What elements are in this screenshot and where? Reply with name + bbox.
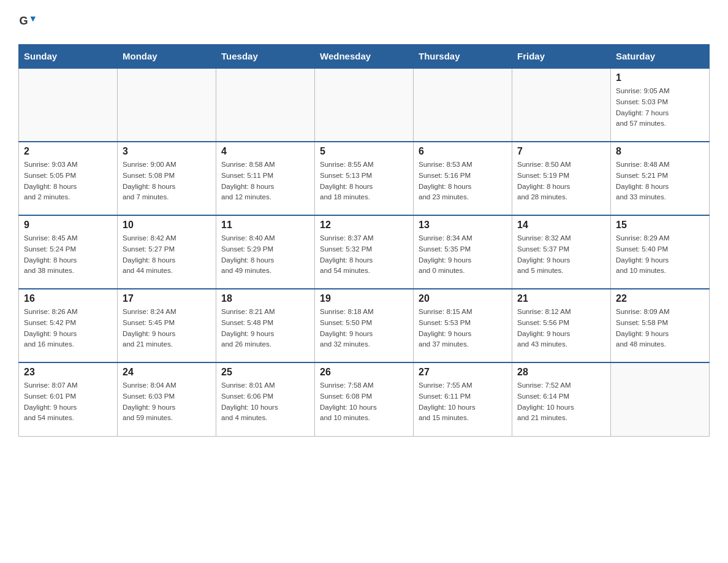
calendar-cell: 23Sunrise: 8:07 AM Sunset: 6:01 PM Dayli…	[19, 362, 118, 436]
calendar-cell: 17Sunrise: 8:24 AM Sunset: 5:45 PM Dayli…	[118, 289, 216, 362]
day-info: Sunrise: 8:24 AM Sunset: 5:45 PM Dayligh…	[123, 307, 211, 350]
day-info: Sunrise: 8:37 AM Sunset: 5:32 PM Dayligh…	[320, 233, 408, 277]
page-header: G	[18, 12, 710, 32]
day-info: Sunrise: 8:15 AM Sunset: 5:53 PM Dayligh…	[419, 307, 507, 350]
calendar-cell: 25Sunrise: 8:01 AM Sunset: 6:06 PM Dayli…	[216, 362, 315, 436]
day-info: Sunrise: 8:50 AM Sunset: 5:19 PM Dayligh…	[517, 159, 605, 203]
day-number: 5	[320, 146, 408, 157]
day-number: 8	[616, 146, 704, 157]
day-info: Sunrise: 8:48 AM Sunset: 5:21 PM Dayligh…	[616, 159, 704, 203]
day-number: 22	[616, 293, 704, 304]
day-info: Sunrise: 8:42 AM Sunset: 5:27 PM Dayligh…	[123, 233, 211, 277]
calendar-cell: 24Sunrise: 8:04 AM Sunset: 6:03 PM Dayli…	[118, 362, 216, 436]
calendar-cell: 15Sunrise: 8:29 AM Sunset: 5:40 PM Dayli…	[611, 215, 710, 289]
svg-marker-1	[31, 17, 36, 21]
day-info: Sunrise: 8:07 AM Sunset: 6:01 PM Dayligh…	[24, 380, 112, 424]
day-number: 23	[24, 367, 112, 378]
day-number: 13	[419, 220, 507, 231]
calendar-cell: 6Sunrise: 8:53 AM Sunset: 5:16 PM Daylig…	[414, 142, 512, 215]
calendar-cell: 11Sunrise: 8:40 AM Sunset: 5:29 PM Dayli…	[216, 215, 315, 289]
day-number: 15	[616, 220, 704, 231]
calendar-table: SundayMondayTuesdayWednesdayThursdayFrid…	[18, 44, 710, 437]
day-number: 14	[517, 220, 605, 231]
day-number: 1	[616, 72, 704, 83]
day-number: 2	[24, 146, 112, 157]
day-number: 28	[517, 367, 605, 378]
logo-icon: G	[18, 12, 36, 32]
calendar-cell: 2Sunrise: 9:03 AM Sunset: 5:05 PM Daylig…	[19, 142, 118, 215]
calendar-week-1: 1Sunrise: 9:05 AM Sunset: 5:03 PM Daylig…	[19, 68, 710, 142]
day-number: 19	[320, 293, 408, 304]
day-info: Sunrise: 8:12 AM Sunset: 5:56 PM Dayligh…	[517, 307, 605, 350]
calendar-cell: 12Sunrise: 8:37 AM Sunset: 5:32 PM Dayli…	[315, 215, 414, 289]
weekday-header-saturday: Saturday	[611, 45, 710, 69]
day-info: Sunrise: 9:00 AM Sunset: 5:08 PM Dayligh…	[123, 159, 211, 203]
logo: G	[18, 12, 39, 32]
day-number: 10	[123, 220, 211, 231]
day-info: Sunrise: 8:53 AM Sunset: 5:16 PM Dayligh…	[419, 159, 507, 203]
weekday-header-wednesday: Wednesday	[315, 45, 414, 69]
day-info: Sunrise: 8:21 AM Sunset: 5:48 PM Dayligh…	[221, 307, 309, 350]
day-number: 11	[221, 220, 309, 231]
calendar-cell	[512, 68, 611, 142]
day-info: Sunrise: 8:26 AM Sunset: 5:42 PM Dayligh…	[24, 307, 112, 350]
day-info: Sunrise: 8:32 AM Sunset: 5:37 PM Dayligh…	[517, 233, 605, 277]
weekday-header-thursday: Thursday	[414, 45, 512, 69]
calendar-cell: 20Sunrise: 8:15 AM Sunset: 5:53 PM Dayli…	[414, 289, 512, 362]
calendar-header-row: SundayMondayTuesdayWednesdayThursdayFrid…	[19, 45, 710, 69]
calendar-cell	[414, 68, 512, 142]
weekday-header-monday: Monday	[118, 45, 216, 69]
calendar-cell: 5Sunrise: 8:55 AM Sunset: 5:13 PM Daylig…	[315, 142, 414, 215]
calendar-week-4: 16Sunrise: 8:26 AM Sunset: 5:42 PM Dayli…	[19, 289, 710, 362]
calendar-cell	[19, 68, 118, 142]
calendar-cell: 22Sunrise: 8:09 AM Sunset: 5:58 PM Dayli…	[611, 289, 710, 362]
day-info: Sunrise: 7:55 AM Sunset: 6:11 PM Dayligh…	[419, 380, 507, 424]
calendar-cell: 27Sunrise: 7:55 AM Sunset: 6:11 PM Dayli…	[414, 362, 512, 436]
day-number: 18	[221, 293, 309, 304]
calendar-cell: 16Sunrise: 8:26 AM Sunset: 5:42 PM Dayli…	[19, 289, 118, 362]
calendar-week-2: 2Sunrise: 9:03 AM Sunset: 5:05 PM Daylig…	[19, 142, 710, 215]
svg-text:G: G	[19, 15, 28, 27]
day-info: Sunrise: 8:58 AM Sunset: 5:11 PM Dayligh…	[221, 159, 309, 203]
day-number: 6	[419, 146, 507, 157]
weekday-header-friday: Friday	[512, 45, 611, 69]
day-number: 17	[123, 293, 211, 304]
day-info: Sunrise: 8:01 AM Sunset: 6:06 PM Dayligh…	[221, 380, 309, 424]
day-info: Sunrise: 8:09 AM Sunset: 5:58 PM Dayligh…	[616, 307, 704, 350]
day-number: 4	[221, 146, 309, 157]
calendar-cell: 19Sunrise: 8:18 AM Sunset: 5:50 PM Dayli…	[315, 289, 414, 362]
calendar-week-5: 23Sunrise: 8:07 AM Sunset: 6:01 PM Dayli…	[19, 362, 710, 436]
calendar-cell: 8Sunrise: 8:48 AM Sunset: 5:21 PM Daylig…	[611, 142, 710, 215]
day-info: Sunrise: 7:52 AM Sunset: 6:14 PM Dayligh…	[517, 380, 605, 424]
calendar-cell: 9Sunrise: 8:45 AM Sunset: 5:24 PM Daylig…	[19, 215, 118, 289]
calendar-cell: 4Sunrise: 8:58 AM Sunset: 5:11 PM Daylig…	[216, 142, 315, 215]
day-number: 16	[24, 293, 112, 304]
day-number: 25	[221, 367, 309, 378]
day-info: Sunrise: 8:40 AM Sunset: 5:29 PM Dayligh…	[221, 233, 309, 277]
calendar-cell: 7Sunrise: 8:50 AM Sunset: 5:19 PM Daylig…	[512, 142, 611, 215]
calendar-cell: 18Sunrise: 8:21 AM Sunset: 5:48 PM Dayli…	[216, 289, 315, 362]
day-number: 12	[320, 220, 408, 231]
day-number: 27	[419, 367, 507, 378]
calendar-cell: 10Sunrise: 8:42 AM Sunset: 5:27 PM Dayli…	[118, 215, 216, 289]
calendar-cell	[611, 362, 710, 436]
day-number: 3	[123, 146, 211, 157]
day-info: Sunrise: 7:58 AM Sunset: 6:08 PM Dayligh…	[320, 380, 408, 424]
day-number: 26	[320, 367, 408, 378]
day-info: Sunrise: 8:18 AM Sunset: 5:50 PM Dayligh…	[320, 307, 408, 350]
calendar-cell	[315, 68, 414, 142]
calendar-week-3: 9Sunrise: 8:45 AM Sunset: 5:24 PM Daylig…	[19, 215, 710, 289]
weekday-header-sunday: Sunday	[19, 45, 118, 69]
day-number: 20	[419, 293, 507, 304]
day-info: Sunrise: 9:05 AM Sunset: 5:03 PM Dayligh…	[616, 86, 704, 129]
day-number: 21	[517, 293, 605, 304]
calendar-cell: 28Sunrise: 7:52 AM Sunset: 6:14 PM Dayli…	[512, 362, 611, 436]
calendar-cell: 26Sunrise: 7:58 AM Sunset: 6:08 PM Dayli…	[315, 362, 414, 436]
calendar-cell	[216, 68, 315, 142]
day-number: 24	[123, 367, 211, 378]
day-info: Sunrise: 8:45 AM Sunset: 5:24 PM Dayligh…	[24, 233, 112, 277]
calendar-cell: 21Sunrise: 8:12 AM Sunset: 5:56 PM Dayli…	[512, 289, 611, 362]
day-info: Sunrise: 8:04 AM Sunset: 6:03 PM Dayligh…	[123, 380, 211, 424]
day-number: 7	[517, 146, 605, 157]
calendar-cell: 3Sunrise: 9:00 AM Sunset: 5:08 PM Daylig…	[118, 142, 216, 215]
